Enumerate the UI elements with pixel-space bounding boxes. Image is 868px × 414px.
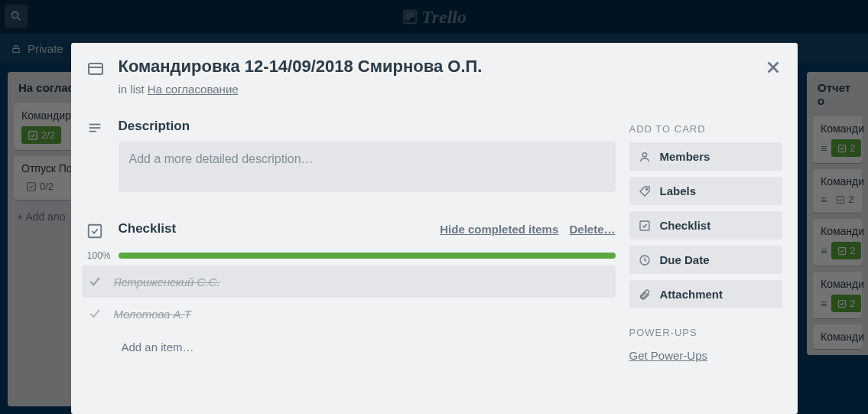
powerups-heading: POWER-UPS (629, 327, 782, 338)
card-title[interactable]: Командировка 12-14/09/2018 Смирнова О.П. (119, 57, 483, 78)
attachment-label: Attachment (660, 288, 723, 301)
close-button[interactable] (758, 52, 788, 83)
checklist-item-text[interactable]: Ястриженский С.С. (114, 275, 220, 288)
checkmark-icon (87, 274, 102, 289)
progress-bar (119, 253, 616, 259)
checkmark-icon (87, 306, 102, 321)
svg-rect-22 (640, 221, 649, 230)
close-icon (765, 59, 782, 76)
checklist-section: Checklist Hide completed items Delete… (86, 221, 616, 244)
svg-point-20 (642, 152, 646, 156)
add-checklist-item[interactable]: Add an item… (122, 341, 616, 354)
svg-point-21 (645, 188, 647, 190)
checkbox-checked[interactable] (86, 273, 103, 290)
due-date-label: Due Date (660, 253, 710, 266)
description-section: Description Add a more detailed descript… (86, 119, 616, 214)
modal-main-col: Description Add a more detailed descript… (86, 119, 616, 363)
clock-icon (639, 254, 651, 266)
checklist-label: Checklist (660, 219, 711, 232)
description-icon (86, 119, 106, 214)
attachment-icon (639, 288, 651, 301)
checklist-icon (639, 220, 651, 232)
delete-checklist-link[interactable]: Delete… (569, 223, 615, 236)
checkbox-checked[interactable] (86, 305, 103, 322)
progress-fill (119, 253, 616, 259)
labels-icon (639, 185, 651, 197)
progress-percent: 100% (86, 250, 111, 261)
hide-completed-link[interactable]: Hide completed items (440, 223, 558, 236)
get-powerups-link[interactable]: Get Power-Ups (629, 349, 708, 362)
svg-rect-14 (89, 64, 102, 74)
description-heading: Description (119, 119, 616, 134)
due-date-button[interactable]: Due Date (629, 246, 782, 274)
checklist-heading[interactable]: Checklist (119, 221, 177, 236)
modal-sidebar: ADD TO CARD Members Labels (629, 119, 782, 363)
checklist-item[interactable]: Ястриженский С.С. (82, 266, 616, 298)
attachment-button[interactable]: Attachment (629, 280, 782, 308)
checklist-icon (86, 221, 106, 244)
add-to-card-heading: ADD TO CARD (629, 123, 782, 135)
card-header: Командировка 12-14/09/2018 Смирнова О.П. (86, 57, 782, 78)
members-label: Members (660, 150, 710, 163)
checklist-button[interactable]: Checklist (629, 211, 782, 240)
card-modal: Командировка 12-14/09/2018 Смирнова О.П.… (71, 43, 798, 414)
labels-button[interactable]: Labels (629, 177, 782, 205)
card-list-info: in list На согласование (119, 83, 782, 96)
card-icon (86, 57, 106, 78)
members-button[interactable]: Members (629, 142, 782, 171)
members-icon (639, 151, 651, 163)
card-modal-overlay[interactable]: Командировка 12-14/09/2018 Смирнова О.П.… (0, 0, 868, 414)
checklist-item[interactable]: Молотова А.Т (82, 298, 616, 330)
checklist-item-text[interactable]: Молотова А.Т (114, 308, 191, 321)
description-input[interactable]: Add a more detailed description… (119, 142, 616, 192)
svg-rect-19 (88, 225, 101, 238)
list-link[interactable]: На согласование (148, 83, 239, 96)
progress-row: 100% (86, 250, 616, 261)
labels-label: Labels (660, 184, 697, 197)
